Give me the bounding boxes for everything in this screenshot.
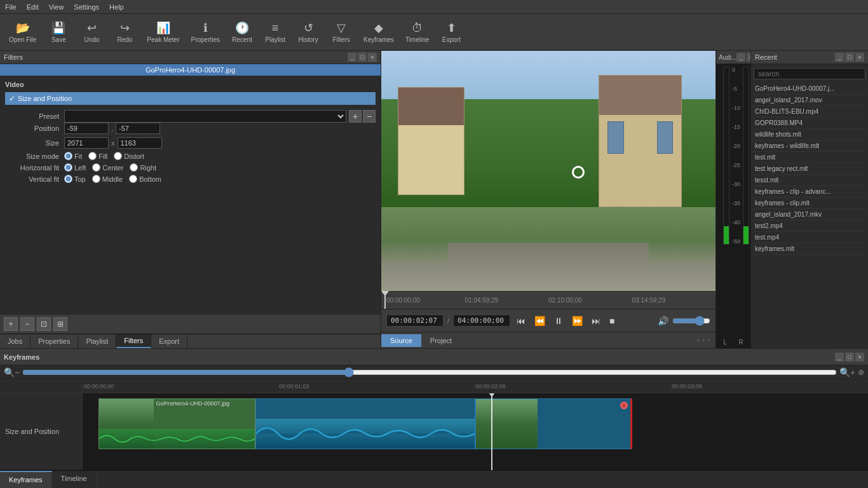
list-item[interactable]: keyframes - clip - advanc... [752, 186, 867, 198]
kf-close-button[interactable]: × [855, 353, 864, 362]
menu-edit[interactable]: Edit [22, 2, 44, 12]
list-item[interactable]: keyframes - wildlife.mlt [752, 140, 867, 152]
menu-help[interactable]: Help [104, 2, 129, 12]
size-mode-distort-label[interactable]: Distort [114, 152, 144, 160]
list-item[interactable]: wildlife shots.mlt [752, 129, 867, 140]
tab-timeline[interactable]: Timeline [52, 471, 97, 488]
zoom-out-button[interactable]: 🔍− [4, 367, 20, 377]
list-item[interactable]: test.mp4 [752, 232, 867, 243]
hfit-left-radio[interactable] [64, 163, 72, 172]
peak-meter-button[interactable]: 📊 Peak Meter [142, 17, 184, 48]
hfit-center-label[interactable]: Center [92, 163, 123, 172]
filters-maximize-button[interactable]: □ [358, 53, 367, 62]
history-button[interactable]: ↺ History [292, 17, 324, 48]
size-h-input[interactable] [118, 137, 162, 149]
size-mode-fill-label[interactable]: Fill [88, 152, 107, 160]
step-back-button[interactable]: ⏪ [532, 315, 548, 327]
hfit-center-radio[interactable] [92, 163, 100, 172]
hfit-left-label[interactable]: Left [64, 163, 86, 172]
tab-source[interactable]: Source [381, 334, 421, 347]
size-mode-fill-radio[interactable] [88, 152, 97, 160]
list-item[interactable]: tesst.mlt [752, 175, 867, 186]
filter-copy-button[interactable]: ⊡ [37, 317, 51, 331]
filter-paste-button[interactable]: ⊞ [53, 317, 67, 331]
size-position-filter-item[interactable]: ✓ Size and Position [5, 92, 376, 105]
tab-properties[interactable]: Properties [31, 334, 78, 348]
recent-close-button[interactable]: × [855, 53, 864, 62]
filters-minimize-button[interactable]: _ [348, 53, 356, 62]
list-item[interactable]: GOPR0388.MP4 [752, 118, 867, 129]
tab-export[interactable]: Export [151, 334, 187, 348]
open-file-button[interactable]: 📂 Open File [4, 17, 41, 48]
audio-minimize-button[interactable]: _ [736, 53, 745, 62]
filter-add-button[interactable]: + [4, 317, 18, 331]
timeline-button[interactable]: ⏱ Timeline [400, 17, 434, 48]
volume-slider[interactable] [672, 316, 710, 326]
filter-remove-button[interactable]: − [20, 317, 34, 331]
preset-remove-button[interactable]: − [363, 110, 376, 123]
list-item[interactable]: angel_island_2017.mov [752, 95, 867, 106]
vfit-middle-label[interactable]: Middle [92, 175, 123, 183]
clip-1[interactable]: GoProHero4-UHD-00007.jpg [98, 398, 255, 449]
undo-button[interactable]: ↩ Undo [76, 17, 107, 48]
menu-file[interactable]: File [0, 2, 22, 12]
filters-button[interactable]: ▽ Filters [325, 17, 357, 48]
size-mode-fit-radio[interactable] [64, 152, 72, 160]
recent-button[interactable]: 🕐 Recent [226, 17, 258, 48]
recent-minimize-button[interactable]: _ [835, 53, 844, 62]
keyframes-button[interactable]: ◆ Keyframes [358, 17, 399, 48]
size-mode-fit-label[interactable]: Fit [64, 152, 82, 160]
step-forward-button[interactable]: ⏩ [569, 315, 585, 327]
file-name-text: GoProHero4-UHD-00007.jpg [146, 66, 235, 74]
hfit-right-label[interactable]: Right [130, 163, 156, 172]
tab-jobs[interactable]: Jobs [0, 334, 31, 348]
tab-keyframes[interactable]: Keyframes [0, 471, 52, 488]
preset-select[interactable] [64, 110, 346, 123]
skip-to-end-button[interactable]: ⏭ [589, 315, 603, 327]
total-time-display[interactable] [453, 315, 510, 327]
filters-close-button[interactable]: × [368, 53, 377, 62]
size-mode-distort-radio[interactable] [114, 152, 122, 160]
hfit-right-radio[interactable] [130, 163, 138, 172]
zoom-slider[interactable] [22, 367, 837, 377]
size-w-input[interactable] [64, 137, 109, 149]
search-input[interactable] [754, 68, 865, 79]
menu-settings[interactable]: Settings [69, 2, 104, 12]
menu-view[interactable]: View [44, 2, 69, 12]
play-pause-button[interactable]: ⏸ [552, 315, 566, 327]
vfit-top-radio[interactable] [64, 175, 72, 183]
tab-filters[interactable]: Filters [116, 334, 151, 348]
tab-playlist[interactable]: Playlist [78, 334, 116, 348]
save-button[interactable]: 💾 Save [43, 17, 74, 48]
recent-maximize-button[interactable]: □ [845, 53, 854, 62]
position-x-input[interactable] [64, 123, 109, 134]
current-time-display[interactable] [386, 315, 444, 327]
clip-2[interactable] [255, 398, 475, 449]
list-item[interactable]: ChID-BLITS-EBU.mp4 [752, 106, 867, 118]
playlist-button[interactable]: ≡ Playlist [259, 17, 291, 48]
list-item[interactable]: angel_island_2017.mkv [752, 209, 867, 220]
skip-to-start-button[interactable]: ⏮ [514, 315, 528, 327]
list-item[interactable]: test.mlt [752, 152, 867, 163]
properties-button[interactable]: ℹ Properties [186, 17, 226, 48]
vfit-bottom-radio[interactable] [129, 175, 137, 183]
list-item[interactable]: keyframes.mlt [752, 243, 867, 255]
export-button[interactable]: ⬆ Export [435, 17, 467, 48]
list-item[interactable]: test2.mp4 [752, 220, 867, 232]
zoom-in-button[interactable]: 🔍+ [839, 367, 855, 377]
redo-button[interactable]: ↪ Redo [109, 17, 140, 48]
list-item[interactable]: GoProHero4-UHD-00007.j... [752, 83, 867, 95]
stop-button[interactable]: ■ [607, 315, 617, 327]
kf-minimize-button[interactable]: _ [835, 353, 844, 362]
list-item[interactable]: test legacy rect.mlt [752, 163, 867, 175]
vfit-bottom-label[interactable]: Bottom [129, 175, 161, 183]
tab-project[interactable]: Project [421, 334, 461, 347]
vfit-top-label[interactable]: Top [64, 175, 86, 183]
list-item[interactable]: keyframes - clip.mlt [752, 198, 867, 209]
vfit-middle-radio[interactable] [92, 175, 100, 183]
position-y-input[interactable] [116, 123, 160, 134]
preset-add-button[interactable]: + [349, 110, 362, 123]
scale-30: -30 [732, 181, 740, 187]
clip-3[interactable] [475, 398, 632, 449]
kf-maximize-button[interactable]: □ [845, 353, 854, 362]
